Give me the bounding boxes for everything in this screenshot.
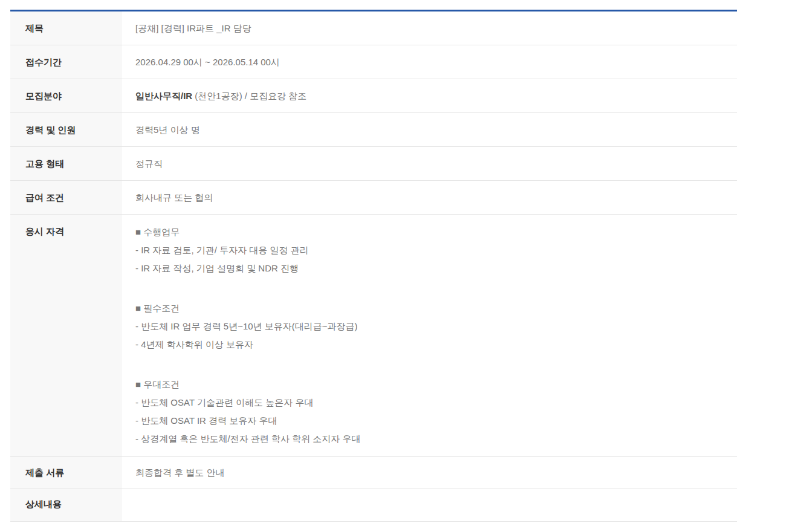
table-row-salary: 급여 조건 회사내규 또는 협의 — [10, 181, 737, 215]
table-row-employment-type: 고용 형태 정규직 — [10, 147, 737, 181]
row-value-employment-type: 정규직 — [122, 147, 737, 180]
row-label-salary: 급여 조건 — [10, 181, 122, 214]
row-label-qualifications: 응시 자격 — [10, 215, 122, 456]
row-label-details: 상세내용 — [10, 488, 122, 521]
row-value-salary: 회사내규 또는 협의 — [122, 181, 737, 214]
qualification-line: - IR 자료 작성, 기업 설명회 및 NDR 진행 — [135, 259, 725, 277]
qualification-line: - 상경계열 혹은 반도체/전자 관련 학사 학위 소지자 우대 — [135, 430, 725, 448]
job-detail-table: 제목 [공채] [경력] IR파트 _IR 담당 접수기간 2026.04.29… — [10, 10, 737, 522]
qualification-line: - 반도체 IR 업무 경력 5년~10년 보유자(대리급~과장급) — [135, 317, 725, 336]
table-row-career: 경력 및 인원 경력5년 이상 명 — [10, 113, 737, 147]
row-value-career: 경력5년 이상 명 — [122, 113, 737, 146]
table-row-period: 접수기간 2026.04.29 00시 ~ 2026.05.14 00시 — [10, 45, 737, 79]
row-value-qualifications: ■ 수행업무 - IR 자료 검토, 기관/ 투자자 대응 일정 관리 - IR… — [122, 215, 737, 456]
row-label-field: 모집분야 — [10, 79, 122, 112]
qualification-line: - IR 자료 검토, 기관/ 투자자 대응 일정 관리 — [135, 241, 725, 259]
row-label-period: 접수기간 — [10, 45, 122, 79]
qualification-line: - 반도체 OSAT 기술관련 이해도 높은자 우대 — [135, 394, 725, 412]
row-value-documents: 최종합격 후 별도 안내 — [122, 457, 737, 488]
qualification-line: ■ 필수조건 — [135, 299, 725, 317]
table-row-documents: 제출 서류 최종합격 후 별도 안내 — [10, 457, 737, 488]
row-value-field-rest: (천안1공장) / 모집요강 참조 — [192, 91, 306, 101]
row-label-title: 제목 — [10, 11, 122, 45]
row-label-employment-type: 고용 형태 — [10, 147, 122, 180]
qualification-blank-line — [135, 354, 725, 375]
row-value-period: 2026.04.29 00시 ~ 2026.05.14 00시 — [122, 45, 737, 79]
row-label-documents: 제출 서류 — [10, 457, 122, 488]
qualification-line: ■ 수행업무 — [135, 223, 725, 241]
row-value-field-bold: 일반사무직/IR — [135, 91, 192, 101]
qualification-line: - 4년제 학사학위 이상 보유자 — [135, 336, 725, 354]
row-value-field: 일반사무직/IR (천안1공장) / 모집요강 참조 — [122, 79, 737, 112]
table-row-qualifications: 응시 자격 ■ 수행업무 - IR 자료 검토, 기관/ 투자자 대응 일정 관… — [10, 215, 737, 457]
table-row-details: 상세내용 — [10, 488, 737, 522]
qualification-line: - 반도체 OSAT IR 경력 보유자 우대 — [135, 412, 725, 430]
row-value-details — [122, 488, 737, 521]
row-value-title: [공채] [경력] IR파트 _IR 담당 — [122, 11, 737, 45]
table-row-title: 제목 [공채] [경력] IR파트 _IR 담당 — [10, 11, 737, 45]
job-detail-page: 제목 [공채] [경력] IR파트 _IR 담당 접수기간 2026.04.29… — [0, 0, 790, 532]
row-label-career: 경력 및 인원 — [10, 113, 122, 146]
table-row-field: 모집분야 일반사무직/IR (천안1공장) / 모집요강 참조 — [10, 79, 737, 113]
qualification-line: ■ 우대조건 — [135, 375, 725, 394]
qualification-blank-line — [135, 277, 725, 299]
